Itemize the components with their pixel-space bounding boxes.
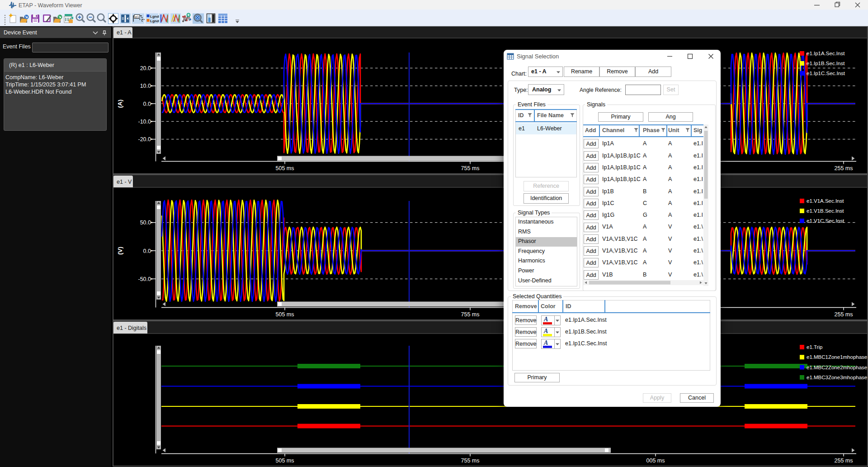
svg-text:755 ms: 755 ms	[461, 311, 480, 318]
svg-text:e1.V1A.Sec.Inst: e1.V1A.Sec.Inst	[807, 198, 844, 204]
svg-text:255 ms: 255 ms	[835, 165, 853, 172]
svg-text:505 ms: 505 ms	[276, 165, 294, 172]
svg-text:505 ms: 505 ms	[276, 311, 294, 318]
svg-text:e1.MBC2Zone2mhophase: e1.MBC2Zone2mhophase	[807, 365, 867, 370]
svg-text:-20.0: -20.0	[138, 136, 151, 143]
svg-text:e1.V1C.Sec.Inst: e1.V1C.Sec.Inst	[807, 218, 844, 224]
svg-text:e1.Ip1B.Sec.Inst: e1.Ip1B.Sec.Inst	[807, 61, 845, 66]
svg-text:50.0: 50.0	[140, 219, 151, 226]
svg-text:e1: e1	[135, 15, 139, 19]
svg-text:e1.Trip: e1.Trip	[807, 344, 822, 350]
svg-text:e1.Ip1C.Sec.Inst: e1.Ip1C.Sec.Inst	[807, 71, 845, 76]
svg-text:0.0: 0.0	[143, 101, 151, 107]
svg-text:Signal Selection: Signal Selection	[517, 53, 559, 60]
svg-text:-10.0: -10.0	[138, 119, 151, 125]
svg-text:e1.MBC3Zone3mhophase: e1.MBC3Zone3mhophase	[807, 375, 867, 380]
svg-text:e1.MBC1Zone1mhophase: e1.MBC1Zone1mhophase	[807, 354, 867, 360]
svg-text:0.0: 0.0	[143, 248, 151, 254]
svg-text:ETAP - Waveform Viewer: ETAP - Waveform Viewer	[19, 2, 82, 9]
svg-text:-50.0: -50.0	[138, 276, 151, 282]
svg-text:e1.V1B.Sec.Inst: e1.V1B.Sec.Inst	[807, 208, 844, 214]
svg-text:20.0: 20.0	[140, 65, 151, 71]
svg-text:755 ms: 755 ms	[461, 165, 480, 172]
svg-text:Lgnd: Lgnd	[150, 19, 159, 23]
svg-text:e1 - Digitals: e1 - Digitals	[117, 325, 146, 331]
svg-text:Lgnd: Lgnd	[150, 14, 159, 19]
svg-text:755 ms: 755 ms	[461, 457, 480, 464]
svg-text:10.0: 10.0	[140, 83, 151, 89]
svg-text:e1.Ip1A.Sec.Inst: e1.Ip1A.Sec.Inst	[807, 51, 845, 56]
svg-text:505 ms: 505 ms	[276, 457, 294, 464]
svg-text:255 ms: 255 ms	[835, 311, 853, 318]
svg-text:(V): (V)	[117, 247, 123, 255]
svg-text:e1 - A: e1 - A	[117, 29, 132, 36]
svg-text:(A): (A)	[117, 100, 123, 108]
svg-text:e1 - V: e1 - V	[117, 179, 132, 185]
svg-text:255 ms: 255 ms	[835, 457, 853, 464]
svg-text:005 ms: 005 ms	[646, 457, 665, 464]
